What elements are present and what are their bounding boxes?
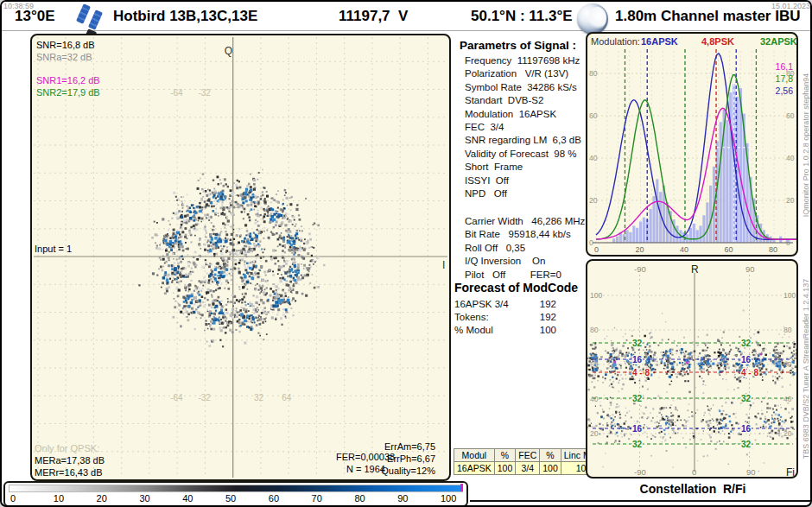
svg-text:2,56: 2,56 <box>776 86 794 96</box>
quality-value: Quality=12% <box>381 465 435 477</box>
col-fec: FEC <box>516 449 540 462</box>
forecast-row-label: Tokens: <box>454 311 489 324</box>
mera-value: MERa=17,38 dB <box>35 454 105 466</box>
param-line: NPD Off <box>465 187 581 200</box>
merr-value: MERr=16,43 dB <box>35 466 103 478</box>
svg-text:100: 100 <box>590 291 602 300</box>
scale-tick-label: 50 <box>225 493 236 504</box>
globe-icon <box>577 3 608 35</box>
scale-tick-label: 0 <box>10 493 16 504</box>
snra-value: SNRa=32 dB <box>36 51 100 63</box>
svg-text:32: 32 <box>741 440 752 449</box>
svg-text:-64: -64 <box>170 88 183 98</box>
site-coordinates: 50.1°N : 11.3°E <box>471 8 573 25</box>
svg-text:-90: -90 <box>634 467 646 477</box>
svg-text:20: 20 <box>786 196 795 205</box>
snr-value: SNR=16,8 dB <box>36 39 100 51</box>
svg-text:40: 40 <box>589 154 598 162</box>
forecast-row-label: 16APSK 3/4 <box>454 298 509 311</box>
scale-tick-label: 100 <box>441 493 456 504</box>
svg-text:Modulation:: Modulation: <box>591 36 640 47</box>
param-line: Pilot Off FER=0 <box>465 269 585 282</box>
svg-text:I: I <box>442 259 445 271</box>
orbital-position: 13°0E <box>15 8 55 25</box>
svg-text:40: 40 <box>680 245 688 254</box>
param-line: Polarization V/R (13V) <box>465 67 581 80</box>
density-gradient-bar <box>9 485 463 492</box>
svg-text:32: 32 <box>741 394 752 403</box>
svg-text:60: 60 <box>589 111 598 120</box>
param-line: Symbol Rate 34286 kS/s <box>465 81 581 94</box>
svg-text:32: 32 <box>632 440 643 449</box>
app-window: 10:38:59 15.01.2023 13°0E Hotbird 13B,13… <box>0 0 812 507</box>
satellite-name: Hotbird 13B,13C,13E <box>113 8 257 25</box>
param-line: Validity of Forecast 98 % <box>465 148 581 161</box>
only-qpsk-label: Only for QPSK: <box>35 442 99 454</box>
signal-params-block1: Frequency 11197698 kHzPolarization V/R (… <box>465 54 581 200</box>
svg-text:64: 64 <box>282 393 292 402</box>
param-line: FEC 3/4 <box>465 121 581 134</box>
svg-text:40: 40 <box>783 395 792 403</box>
svg-text:16: 16 <box>741 355 752 364</box>
svg-text:4 - 8: 4 - 8 <box>632 368 650 377</box>
forecast-row-value: 192 <box>540 298 556 311</box>
svg-text:32: 32 <box>632 394 643 403</box>
globe-highlight <box>588 7 606 29</box>
svg-text:20: 20 <box>590 429 599 438</box>
svg-text:17,8: 17,8 <box>776 73 794 84</box>
iq-constellation-chart: QI-64-32-64-323264 <box>32 35 449 479</box>
svg-text:0: 0 <box>594 245 599 254</box>
scale-tick-label: 70 <box>312 493 322 504</box>
col-pct1: % <box>494 449 516 462</box>
svg-text:90: 90 <box>745 264 755 274</box>
forecast-title: Forecast of ModCode <box>454 281 578 295</box>
errph-value: ErrPh=6,67 <box>381 453 435 465</box>
param-line: Bit Rate 95918,44 kb/s <box>465 228 585 241</box>
erram-value: ErrAm=6,75 <box>381 440 435 453</box>
param-line: Short Frame <box>465 161 581 174</box>
dish-name: 1.80m Channel master IBU <box>615 8 800 25</box>
branding-bottom: TBS 6983 DVB/S2 Tuner A StreamReader 1.2… <box>800 261 812 477</box>
svg-text:16: 16 <box>632 424 643 434</box>
rfi-caption: Constellation R/Fi <box>586 482 800 496</box>
svg-text:80: 80 <box>590 326 599 334</box>
transponder-freq: 11197,7 V <box>339 8 408 25</box>
modulation-histogram-chart: 002020404060608080020406080Modulation:16… <box>587 34 796 255</box>
param-line: I/Q Inversion On <box>465 255 585 268</box>
svg-text:40: 40 <box>786 154 795 162</box>
scale-tick-label: 40 <box>182 493 193 504</box>
param-line: Roll Off 0,35 <box>465 242 585 255</box>
svg-text:16: 16 <box>741 424 752 434</box>
col-pct2: % <box>540 449 561 462</box>
svg-text:80: 80 <box>589 69 598 78</box>
density-scale-marker[interactable] <box>460 484 463 491</box>
forecast-row-value: 192 <box>540 311 556 324</box>
scale-tick-label: 80 <box>354 493 365 504</box>
svg-text:16APSK: 16APSK <box>641 36 678 47</box>
scale-tick-label: 60 <box>269 493 279 504</box>
window-bottom-edge <box>470 500 812 502</box>
input-label: Input = 1 <box>35 243 72 255</box>
scale-tick-label: 90 <box>397 493 408 504</box>
signal-params-title: Parametrs of Signal : <box>460 39 576 52</box>
forecast-row-value: 100 <box>540 324 556 337</box>
iq-constellation-panel: QI-64-32-64-323264 SNR=16,8 dB SNRa=32 d… <box>30 34 451 481</box>
svg-text:-32: -32 <box>198 393 211 402</box>
signal-params-column: Parametrs of Signal : Frequency 11197698… <box>453 34 584 481</box>
svg-text:16: 16 <box>632 355 643 364</box>
param-line: SNR regarding LM 6,3 dB <box>465 134 581 147</box>
svg-text:32APSK: 32APSK <box>760 36 796 47</box>
svg-text:Q: Q <box>225 45 232 57</box>
svg-text:32: 32 <box>632 339 643 348</box>
svg-text:40: 40 <box>590 395 599 403</box>
snr1-value: SNR1=16,2 dB <box>36 74 100 86</box>
modulation-histogram-panel: 002020404060608080020406080Modulation:16… <box>586 32 798 257</box>
svg-text:100: 100 <box>783 291 796 300</box>
svg-text:32: 32 <box>741 339 752 348</box>
svg-text:20: 20 <box>589 196 598 205</box>
scale-tick-label: 10 <box>54 493 64 504</box>
svg-text:80: 80 <box>769 245 777 254</box>
n-symbols-value: N = 1964 <box>346 463 385 475</box>
svg-text:20: 20 <box>636 245 644 254</box>
param-line: Standart DVB-S2 <box>465 94 581 107</box>
